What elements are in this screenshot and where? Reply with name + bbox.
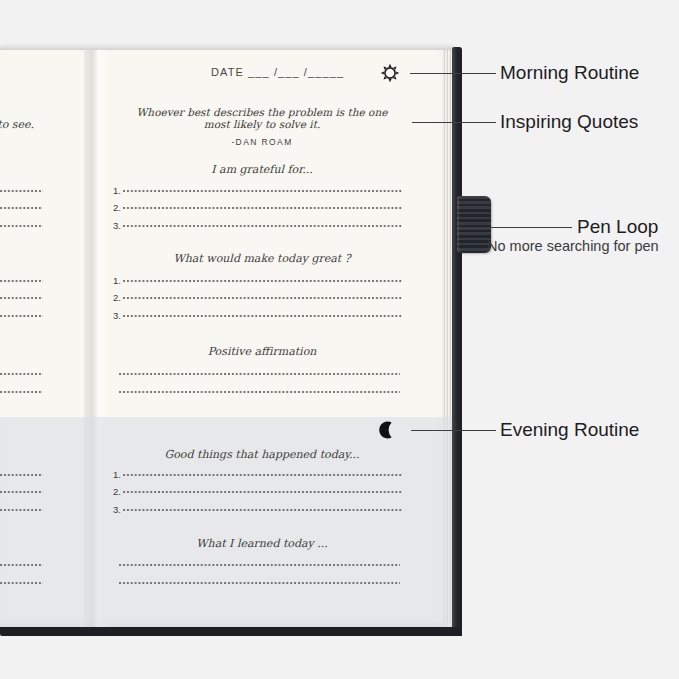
dotted-line — [0, 207, 43, 209]
callout-label-pen-loop: Pen Loop — [577, 216, 658, 238]
pen-loop — [457, 196, 491, 253]
dotted-line — [0, 474, 43, 476]
dotted-line — [119, 564, 400, 566]
dotted-line — [123, 509, 403, 511]
product-image: g to see. DATE ___ /___ /_____ Whoever b… — [0, 0, 679, 679]
book-cover-edge — [452, 47, 462, 636]
dotted-line — [123, 207, 403, 209]
list-number: 1. — [113, 185, 121, 196]
book-cover-bottom — [0, 627, 462, 636]
list-number: 3. — [113, 310, 121, 321]
list-number: 2. — [113, 292, 121, 303]
dotted-line — [0, 190, 43, 192]
callout-label-morning-routine: Morning Routine — [500, 62, 639, 84]
dotted-line — [0, 297, 43, 299]
list-number: 2. — [113, 202, 121, 213]
dotted-line — [123, 474, 403, 476]
list-number: 3. — [113, 504, 121, 515]
section-heading-today-great: What would make today great ? — [105, 252, 419, 265]
dotted-line — [0, 373, 43, 375]
callout-line-pen-loop — [489, 227, 572, 228]
section-heading-affirmation: Positive affirmation — [105, 345, 419, 358]
dotted-line — [123, 297, 403, 299]
sun-icon — [380, 63, 400, 83]
callout-line-inspiring — [412, 122, 496, 123]
callout-subtext-pen-loop: No more searching for pen — [487, 238, 659, 254]
section-heading-learned: What I learned today ... — [105, 537, 419, 550]
callout-label-inspiring-quotes: Inspiring Quotes — [500, 111, 638, 133]
moon-icon — [379, 421, 397, 439]
dotted-line — [119, 582, 400, 584]
list-number: 3. — [113, 220, 121, 231]
dotted-line — [123, 280, 403, 282]
dotted-line — [0, 564, 43, 566]
quote-line-2: most likely to solve it. — [105, 119, 419, 131]
dotted-line — [123, 491, 403, 493]
dotted-line — [119, 391, 400, 393]
section-heading-grateful: I am grateful for... — [105, 163, 419, 176]
dotted-line — [0, 582, 43, 584]
dotted-line — [123, 315, 403, 317]
dotted-line — [0, 315, 43, 317]
list-number: 1. — [113, 275, 121, 286]
list-number: 1. — [113, 469, 121, 480]
dotted-line — [0, 225, 43, 227]
dotted-line — [123, 190, 403, 192]
callout-line-morning — [410, 73, 496, 74]
inspiring-quote: Whoever best describes the problem is th… — [105, 107, 419, 130]
dotted-line — [119, 373, 400, 375]
quote-line-1: Whoever best describes the problem is th… — [105, 107, 419, 119]
dotted-line — [0, 391, 43, 393]
dotted-line — [123, 225, 403, 227]
section-heading-good-things: Good things that happened today... — [105, 448, 419, 461]
dotted-line — [0, 491, 43, 493]
dotted-line — [0, 280, 43, 282]
date-field: DATE ___ /___ /_____ — [211, 66, 344, 78]
callout-line-evening — [411, 430, 496, 431]
left-page-text-fragment: g to see. — [0, 118, 34, 131]
dotted-line — [0, 509, 43, 511]
list-number: 2. — [113, 486, 121, 497]
quote-attribution: -DAN ROAM — [105, 137, 419, 147]
callout-label-evening-routine: Evening Routine — [500, 419, 639, 441]
